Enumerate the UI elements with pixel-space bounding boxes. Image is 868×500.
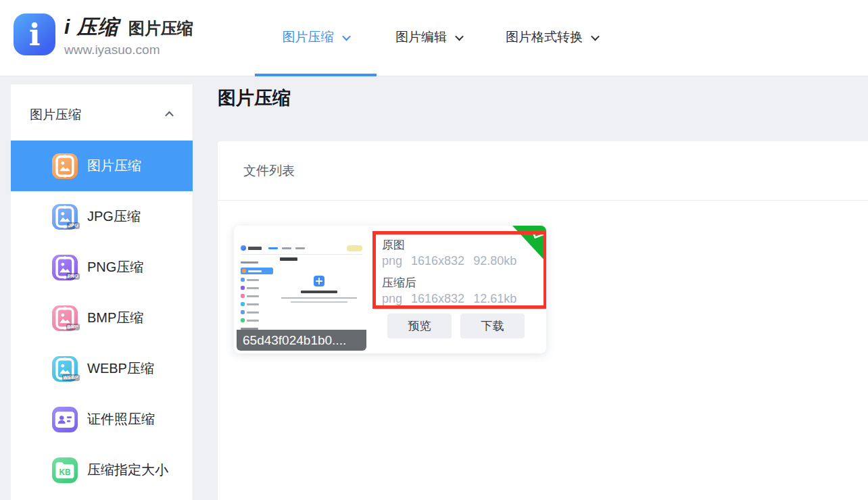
compressed-info: png1616x83212.61kb: [382, 291, 544, 307]
id-card-icon: [52, 407, 78, 432]
tab-label: 图片格式转换: [506, 28, 583, 46]
brand[interactable]: i i 压缩 图片压缩 www.iyasuo.com: [14, 9, 193, 57]
file-card: 65d43f024b1b0.... 原图 png1616x83292.80kb …: [234, 226, 546, 353]
sidebar-item-bmp-compress[interactable]: BMP BMP压缩: [11, 293, 193, 343]
svg-text:KB: KB: [59, 467, 71, 476]
original-format: png: [382, 254, 402, 268]
format-badge: JPG: [67, 222, 80, 229]
sidebar-item-png-compress[interactable]: PNG PNG压缩: [11, 242, 193, 293]
brand-title: i 压缩: [64, 14, 119, 41]
brand-logo-icon: i: [14, 14, 55, 55]
sidebar-item-label: JPG压缩: [87, 207, 141, 226]
tab-image-compress[interactable]: 图片压缩: [255, 28, 377, 46]
thumbnail-preview-image: [241, 243, 362, 326]
sidebar-item-image-compress[interactable]: 图片压缩: [11, 141, 193, 191]
original-dimensions: 1616x832: [411, 254, 464, 268]
original-info: png1616x83292.80kb: [382, 253, 544, 269]
original-label: 原图: [382, 238, 544, 253]
main-nav: 图片压缩 图片编辑 图片格式转换: [255, 0, 598, 74]
mini-main-area: [276, 257, 362, 334]
file-name: 65d43f024b1b0....: [237, 330, 366, 351]
file-actions: 预览 下载: [387, 314, 525, 339]
mini-sidebar: [241, 257, 276, 334]
sidebar-item-jpg-compress[interactable]: JPG JPG压缩: [11, 191, 193, 242]
active-tab-underline: [255, 74, 377, 76]
format-badge: BMP: [66, 324, 80, 330]
file-list-panel: 文件列表: [218, 141, 868, 500]
brand-text: i 压缩 图片压缩 www.iyasuo.com: [64, 9, 193, 57]
kb-folder-icon: KB: [52, 457, 78, 483]
brand-url: www.iyasuo.com: [64, 43, 193, 57]
compressed-size: 12.61kb: [473, 292, 516, 305]
image-compress-icon: [52, 153, 78, 179]
sidebar-group-title: 图片压缩: [30, 106, 81, 124]
mini-plus-icon: [314, 276, 324, 286]
mini-body: [241, 257, 362, 334]
tab-label: 图片压缩: [283, 28, 334, 46]
sidebar-item-label: 压缩指定大小: [87, 461, 168, 479]
chevron-down-icon: [591, 32, 600, 41]
mini-header: [241, 243, 362, 253]
sidebar-item-label: BMP压缩: [87, 309, 143, 327]
jpg-compress-icon: JPG: [52, 204, 78, 230]
compressed-format: png: [382, 292, 402, 305]
mini-logo: [241, 245, 246, 251]
sidebar-group-header[interactable]: 图片压缩: [11, 84, 193, 141]
bmp-compress-icon: BMP: [52, 305, 78, 331]
webp-compress-icon: WEBP: [52, 356, 78, 382]
mini-button: [347, 245, 362, 251]
sidebar-item-label: PNG压缩: [87, 258, 143, 276]
compressed-dimensions: 1616x832: [411, 292, 464, 305]
sidebar-item-label: WEBP压缩: [87, 359, 154, 378]
sidebar-item-label: 图片压缩: [87, 157, 141, 175]
png-compress-icon: PNG: [52, 255, 78, 280]
sidebar: 图片压缩 图片压缩 JPG JPG压缩 PNG PNG压缩: [11, 84, 193, 500]
tab-label: 图片编辑: [395, 28, 447, 46]
file-thumbnail[interactable]: 65d43f024b1b0....: [237, 228, 366, 351]
original-size: 92.80kb: [473, 254, 516, 268]
format-badge: WEBP: [62, 374, 80, 381]
sidebar-item-webp-compress[interactable]: WEBP WEBP压缩: [11, 343, 193, 394]
tab-image-edit[interactable]: 图片编辑: [395, 28, 462, 46]
mini-divider: [241, 254, 362, 255]
compressed-label: 压缩后: [382, 276, 544, 291]
annotation-red-box: 原图 png1616x83292.80kb 压缩后 png1616x83212.…: [372, 231, 546, 309]
sidebar-item-id-photo-compress[interactable]: 证件照压缩: [11, 394, 193, 445]
brand-subtitle: 图片压缩: [128, 18, 193, 39]
chevron-down-icon: [342, 32, 351, 41]
download-button[interactable]: 下载: [460, 314, 525, 339]
format-badge: PNG: [66, 273, 80, 280]
panel-divider: [218, 200, 868, 201]
tab-format-convert[interactable]: 图片格式转换: [506, 28, 598, 46]
app-window: i i 压缩 图片压缩 www.iyasuo.com 图片压缩 图片编辑 图片格…: [0, 0, 868, 500]
preview-button[interactable]: 预览: [387, 314, 452, 339]
sidebar-item-label: 证件照压缩: [87, 410, 155, 428]
mini-nav: [268, 247, 305, 249]
chevron-down-icon: [455, 32, 464, 41]
chevron-up-icon: [165, 111, 174, 120]
page-title: 图片压缩: [218, 86, 291, 110]
sidebar-item-compress-to-size[interactable]: KB 压缩指定大小: [11, 445, 193, 495]
panel-title: 文件列表: [243, 162, 295, 180]
top-header: i i 压缩 图片压缩 www.iyasuo.com 图片压缩 图片编辑 图片格…: [0, 0, 868, 76]
mini-brand-line: [248, 247, 262, 250]
